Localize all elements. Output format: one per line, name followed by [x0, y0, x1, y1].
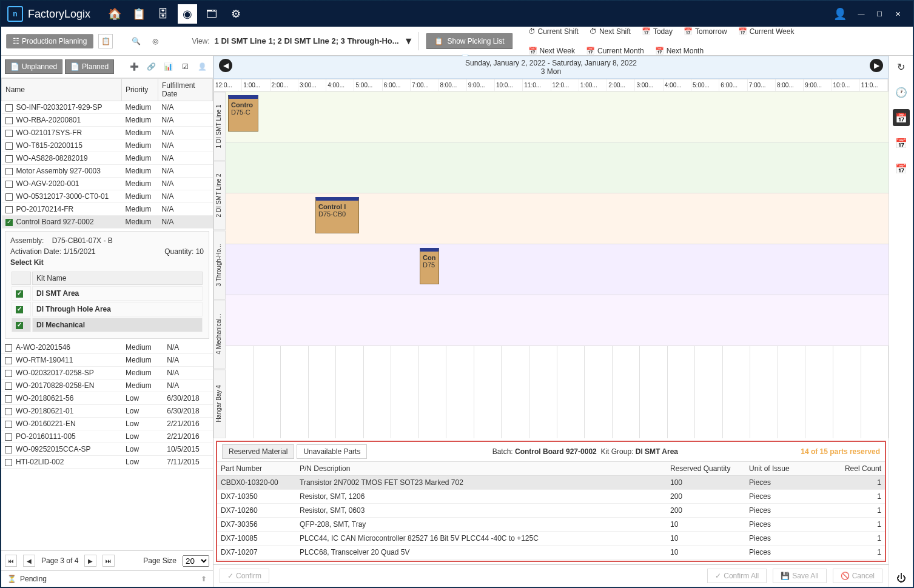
- checkbox[interactable]: [16, 290, 23, 298]
- page-prev[interactable]: ◀: [23, 555, 35, 567]
- kit-row[interactable]: DI SMT Area: [12, 286, 203, 301]
- checkbox[interactable]: [16, 306, 23, 313]
- gantt-next[interactable]: ▶: [870, 59, 883, 72]
- tab-unavailable-parts[interactable]: Unavailable Parts: [297, 444, 367, 459]
- checkbox[interactable]: [5, 168, 13, 175]
- window-maximize[interactable]: ☐: [870, 10, 889, 18]
- confirm-all-button[interactable]: ✓ Confirm All: [707, 569, 767, 583]
- checkbox[interactable]: [5, 459, 12, 466]
- kit-row[interactable]: DI Through Hole Area: [12, 302, 203, 316]
- order-row[interactable]: WO-05312017-3000-CT0-01MediumN/A: [2, 190, 213, 203]
- show-picking-list-button[interactable]: 📋 Show Picking List: [426, 33, 512, 49]
- quick-current-week[interactable]: 📅Current Week: [738, 27, 795, 36]
- link-icon[interactable]: 🔗: [144, 59, 158, 74]
- checkbox[interactable]: [5, 357, 12, 364]
- user-icon[interactable]: 👤: [830, 4, 850, 24]
- quick-next-shift[interactable]: ⏱Next Shift: [590, 27, 631, 36]
- order-row[interactable]: WO-RBA-20200801MediumN/A: [2, 114, 213, 127]
- checkbox[interactable]: [5, 395, 12, 403]
- gantt-task[interactable]: ControD75-C: [228, 95, 258, 132]
- order-row[interactable]: A-WO-20201546MediumN/A: [1, 341, 213, 354]
- order-row[interactable]: WO-AGV-2020-001MediumN/A: [2, 178, 213, 190]
- col-priority[interactable]: Priority: [122, 79, 158, 101]
- gantt-lane[interactable]: [226, 295, 889, 346]
- quick-today[interactable]: 📅Today: [642, 27, 673, 36]
- bp-col[interactable]: Unit of Issue: [745, 462, 824, 476]
- calendar-month-icon[interactable]: 📅: [893, 160, 910, 177]
- checkbox[interactable]: [5, 219, 13, 226]
- order-row[interactable]: WO-20180621-01Low6/30/2018: [1, 405, 213, 418]
- order-row[interactable]: WO-T615-20200115MediumN/A: [2, 139, 213, 152]
- nav-home-icon[interactable]: 🏠: [105, 4, 124, 24]
- page-first[interactable]: ⏮: [5, 555, 17, 567]
- checkbox[interactable]: [5, 408, 12, 415]
- window-minimize[interactable]: —: [852, 10, 870, 18]
- order-row[interactable]: WO-RTM-190411MediumN/A: [1, 354, 213, 367]
- order-row[interactable]: WO-AS828-08282019MediumN/A: [2, 152, 213, 165]
- checkbox[interactable]: [5, 421, 12, 428]
- part-row[interactable]: DX7-10350Resistor, SMT, 1206200Pieces1: [217, 490, 885, 504]
- nav-list-icon[interactable]: 📋: [129, 4, 149, 24]
- checkbox[interactable]: [5, 142, 13, 150]
- checkbox[interactable]: [5, 117, 13, 124]
- gantt-lane[interactable]: [226, 142, 889, 193]
- clipboard-icon[interactable]: 📋: [98, 34, 113, 48]
- checkbox[interactable]: [5, 383, 12, 390]
- nav-gear-icon[interactable]: ⚙: [226, 4, 246, 24]
- refresh-icon[interactable]: ↻: [893, 58, 910, 75]
- nav-globe-icon[interactable]: ◉: [178, 4, 197, 24]
- bp-col[interactable]: Part Number: [217, 462, 296, 476]
- gantt-task[interactable]: ConD75: [420, 248, 439, 284]
- part-row[interactable]: DX7-30356QFP-208, SMT, Tray10Pieces1: [217, 518, 885, 532]
- gantt-task[interactable]: Control ID75-CB0: [315, 197, 359, 233]
- checkbox[interactable]: [5, 193, 13, 201]
- col-name[interactable]: Name: [2, 79, 122, 101]
- tab-planned[interactable]: 📄 Planned: [65, 59, 114, 74]
- tab-reserved-material[interactable]: Reserved Material: [222, 444, 294, 459]
- order-row[interactable]: HTI-02LID-002Low7/11/2015: [1, 456, 213, 469]
- filter-icon[interactable]: ▼: [404, 36, 414, 47]
- part-row[interactable]: DX7-10260Resistor, SMT, 0603200Pieces1: [217, 504, 885, 518]
- bp-col[interactable]: Reel Count: [824, 462, 885, 476]
- confirm-button[interactable]: ✓ Confirm: [220, 569, 269, 583]
- part-row[interactable]: DX7-10207PLCC68, Transceiver 20 Quad 5V1…: [217, 546, 885, 560]
- page-last[interactable]: ⏭: [102, 555, 115, 567]
- save-all-button[interactable]: 💾 Save All: [773, 569, 826, 583]
- clock-icon[interactable]: 🕐: [893, 84, 910, 101]
- toggle-icon[interactable]: ⏻: [893, 570, 910, 587]
- check-icon[interactable]: ☑: [178, 59, 192, 74]
- quick-current-shift[interactable]: ⏱Current Shift: [528, 27, 579, 36]
- bp-col[interactable]: P/N Description: [296, 462, 667, 476]
- checkbox[interactable]: [5, 446, 12, 453]
- cancel-button[interactable]: 🚫 Cancel: [833, 569, 882, 583]
- target-icon[interactable]: ◎: [148, 34, 163, 48]
- production-planning-button[interactable]: ☷ Production Planning: [6, 34, 93, 48]
- checkbox[interactable]: [5, 206, 13, 213]
- checkbox[interactable]: [5, 370, 12, 377]
- checkbox[interactable]: [5, 181, 13, 188]
- quick-current-month[interactable]: 📅Current Month: [586, 47, 644, 55]
- search-icon[interactable]: 🔍: [129, 34, 143, 48]
- order-row[interactable]: SO-INF-02032017-929-SPMediumN/A: [2, 101, 213, 114]
- checkbox[interactable]: [5, 130, 13, 137]
- col-fulfillment[interactable]: Fulfillment Date: [158, 79, 213, 101]
- kit-row[interactable]: DI Mechanical: [12, 318, 203, 332]
- sheet-icon[interactable]: 📊: [161, 59, 175, 74]
- quick-next-week[interactable]: 📅Next Week: [528, 47, 575, 55]
- gantt-lane[interactable]: ControD75-C: [226, 92, 889, 142]
- order-row[interactable]: WO-20180621-56Low6/30/2018: [1, 392, 213, 405]
- nav-window-icon[interactable]: 🗔: [202, 4, 221, 24]
- checkbox[interactable]: [5, 344, 12, 352]
- order-row[interactable]: WO-02032017-0258-SPMediumN/A: [1, 367, 213, 379]
- page-size-select[interactable]: 20: [183, 555, 209, 567]
- add-icon[interactable]: ➕: [127, 59, 141, 74]
- gantt-lane[interactable]: ConD75: [226, 244, 889, 295]
- calendar-day-icon[interactable]: 📅: [893, 109, 910, 126]
- order-row[interactable]: Motor Assembly 927-0003MediumN/A: [2, 165, 213, 178]
- part-row[interactable]: DX7-10085PLCC44, IC CAN Microcontroller …: [217, 532, 885, 546]
- tab-unplanned[interactable]: 📄 Unplanned: [5, 59, 62, 74]
- calendar-week-icon[interactable]: 📅: [893, 135, 910, 152]
- gantt-lane[interactable]: Control ID75-CB0: [226, 193, 889, 244]
- nav-db-icon[interactable]: 🗄: [153, 4, 173, 24]
- order-row[interactable]: PO-20170214-FRMediumN/A: [2, 203, 213, 216]
